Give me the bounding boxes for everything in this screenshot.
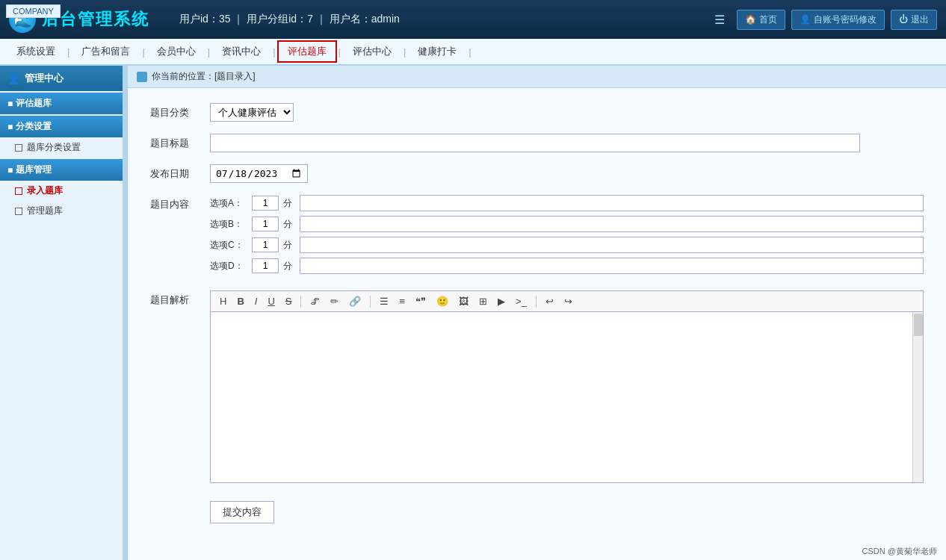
nav-news-center[interactable]: 资讯中心 (211, 40, 271, 63)
toolbar-attach-btn[interactable]: 🖇 (307, 294, 323, 308)
toolbar-align-btn[interactable]: ≡ (396, 294, 408, 308)
category-label: 题目分类 (150, 103, 210, 119)
toolbar-redo-btn[interactable]: ↪ (561, 294, 575, 308)
section-icon-1: ■ (7, 99, 13, 109)
submit-button[interactable]: 提交内容 (210, 501, 274, 523)
option-c-row: 选项C： 分 (210, 237, 924, 253)
option-c-text[interactable] (300, 237, 924, 253)
option-c-label: 选项C： (210, 239, 247, 252)
nav-question-bank[interactable]: 评估题库 (277, 40, 337, 63)
nav-assessment-center[interactable]: 评估中心 (342, 40, 402, 63)
editor-content[interactable] (211, 312, 923, 476)
main-layout: 👤 管理中心 ■ 评估题库 ■ 分类设置 题库分类设置 ■ 题库管理 录入题库 (0, 66, 946, 560)
footer: CSDN @黄菊华老师 (853, 543, 946, 560)
sidebar-item-enter-bank[interactable]: 录入题库 (0, 181, 123, 201)
option-d-label: 选项D： (210, 260, 247, 273)
fen-b: 分 (283, 218, 292, 231)
editor-area[interactable] (210, 311, 924, 483)
category-select[interactable]: 个人健康评估 (210, 103, 294, 122)
toolbar-video-btn[interactable]: ▶ (495, 294, 508, 308)
toolbar-heading-btn[interactable]: H (217, 294, 229, 308)
item-box-active-icon (15, 187, 22, 195)
toolbar-underline-btn[interactable]: U (265, 294, 277, 308)
sidebar-section-category: ■ 分类设置 (0, 116, 123, 137)
toolbar-list-btn[interactable]: ☰ (377, 294, 392, 308)
option-b-score[interactable] (252, 217, 279, 231)
toolbar-undo-btn[interactable]: ↩ (542, 294, 557, 308)
toolbar-sep-2 (370, 296, 371, 308)
title-label: 题目标题 (150, 134, 210, 150)
sidebar-item-category-settings[interactable]: 题库分类设置 (0, 137, 123, 158)
submit-row: 提交内容 (150, 495, 924, 523)
sidebar: 👤 管理中心 ■ 评估题库 ■ 分类设置 题库分类设置 ■ 题库管理 录入题库 (0, 66, 123, 560)
title-row: 题目标题 (150, 134, 924, 152)
category-row: 题目分类 个人健康评估 (150, 103, 924, 122)
toolbar-highlight-btn[interactable]: ✏ (327, 294, 341, 308)
option-b-row: 选项B： 分 (210, 216, 924, 232)
form-container: 题目分类 个人健康评估 题目标题 发布日期 题目 (128, 88, 946, 550)
option-a-label: 选项A： (210, 197, 247, 210)
toolbar-italic-btn[interactable]: I (252, 294, 261, 308)
toolbar-quote-btn[interactable]: ❝❞ (412, 294, 429, 308)
toolbar-emoji-btn[interactable]: 🙂 (433, 294, 451, 308)
sidebar-header: 👤 管理中心 (0, 66, 123, 91)
editor-scrollbar[interactable] (912, 312, 923, 482)
hamburger-icon[interactable]: ☰ (714, 13, 725, 27)
password-icon: 👤 (800, 14, 811, 25)
toolbar-link-btn[interactable]: 🔗 (346, 294, 364, 308)
analysis-row: 题目解析 H B I U S 🖇 ✏ 🔗 ☰ (150, 290, 924, 483)
change-password-button[interactable]: 👤 自账号密码修改 (791, 10, 885, 30)
content-area: 你当前的位置：[题目录入] 题目分类 个人健康评估 题目标题 发布日期 (128, 66, 946, 560)
toolbar-image-btn[interactable]: 🖼 (456, 294, 472, 308)
category-control: 个人健康评估 (210, 103, 924, 122)
nav-health-checkin[interactable]: 健康打卡 (407, 40, 467, 63)
option-a-row: 选项A： 分 (210, 195, 924, 211)
header-actions: ☰ 🏠 首页 👤 自账号密码修改 ⏻ 退出 (714, 10, 937, 30)
nav-ads-messages[interactable]: 广告和留言 (71, 40, 140, 63)
date-label: 发布日期 (150, 164, 210, 181)
editor-toolbar: H B I U S 🖇 ✏ 🔗 ☰ ≡ ❝❞ 🙂 🖼 (210, 290, 924, 311)
sidebar-section-question-bank: ■ 评估题库 (0, 93, 123, 114)
breadcrumb: 你当前的位置：[题目录入] (128, 66, 946, 88)
option-d-score[interactable] (252, 258, 279, 273)
home-icon: 🏠 (745, 14, 756, 25)
sidebar-section-bank-management: ■ 题库管理 (0, 159, 123, 181)
nav-bar: 系统设置 | 广告和留言 | 会员中心 | 资讯中心 | 评估题库 | 评估中心… (0, 39, 946, 66)
company-badge: COMPANY (6, 4, 61, 18)
date-input[interactable] (210, 164, 308, 183)
toolbar-table-btn[interactable]: ⊞ (476, 294, 490, 308)
editor-scrollbar-thumb (914, 314, 923, 336)
option-b-text[interactable] (300, 216, 924, 232)
section-icon-3: ■ (7, 165, 13, 175)
toolbar-code-btn[interactable]: >_ (513, 294, 530, 308)
item-box-icon (15, 144, 22, 152)
option-a-score[interactable] (252, 196, 279, 211)
toolbar-bold-btn[interactable]: B (234, 294, 247, 308)
user-info: 用户id：35 ｜ 用户分组id：7 ｜ 用户名：admin (179, 13, 714, 26)
section-icon-2: ■ (7, 122, 13, 132)
nav-system-settings[interactable]: 系统设置 (6, 40, 66, 63)
title-input[interactable] (210, 134, 860, 152)
option-d-row: 选项D： 分 (210, 258, 924, 274)
item-box-manage-icon (15, 208, 22, 215)
option-c-score[interactable] (252, 237, 279, 252)
logout-button[interactable]: ⏻ 退出 (891, 10, 937, 30)
analysis-label: 题目解析 (150, 290, 210, 307)
analysis-editor: H B I U S 🖇 ✏ 🔗 ☰ ≡ ❝❞ 🙂 🖼 (210, 290, 924, 483)
date-row: 发布日期 (150, 164, 924, 183)
options-section: 选项A： 分 选项B： 分 选项C： 分 (210, 195, 924, 279)
header-bar: 🌊 后台管理系统 用户id：35 ｜ 用户分组id：7 ｜ 用户名：admin … (0, 0, 946, 39)
content-label: 题目内容 (150, 195, 210, 211)
toolbar-sep-3 (536, 296, 537, 308)
home-button[interactable]: 🏠 首页 (737, 10, 785, 30)
logout-icon: ⏻ (899, 14, 908, 25)
option-d-text[interactable] (300, 258, 924, 274)
sidebar-item-manage-bank[interactable]: 管理题库 (0, 201, 123, 221)
option-a-text[interactable] (300, 195, 924, 211)
date-control (210, 164, 924, 183)
fen-c: 分 (283, 239, 292, 252)
toolbar-strike-btn[interactable]: S (282, 294, 295, 308)
breadcrumb-icon (137, 72, 147, 82)
toolbar-sep-1 (300, 296, 301, 308)
nav-member-center[interactable]: 会员中心 (146, 40, 206, 63)
